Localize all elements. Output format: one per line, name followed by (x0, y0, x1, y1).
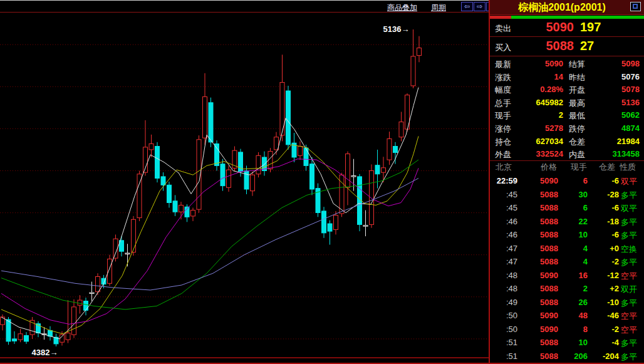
tick-row[interactable]: :4750884+0空换 (490, 242, 644, 255)
candle-body (304, 148, 308, 165)
tick-volume: 6 (562, 203, 588, 212)
candle-body (215, 144, 219, 166)
candle-body (1, 317, 5, 325)
candle-body (268, 152, 273, 169)
tick-volume: 26 (562, 298, 588, 307)
quote-value: 14 (509, 72, 563, 81)
tick-time: :45 (490, 203, 517, 212)
candle-body (18, 334, 23, 340)
tick-row[interactable]: :49508826-10多平 (490, 296, 644, 309)
tick-row[interactable]: :4850882+2双开 (490, 282, 644, 295)
tick-volume: 22 (562, 217, 588, 226)
candle-body (84, 301, 88, 311)
restore-window-icon[interactable] (630, 2, 641, 11)
right-arrow-icon: ⇨ (477, 3, 482, 10)
separator (490, 56, 644, 56)
tick-row[interactable]: :48509016-12空平 (490, 269, 644, 282)
quote-label: 仓差 (569, 137, 585, 148)
tick-price: 5088 (527, 284, 558, 293)
tick-price: 5088 (527, 338, 558, 347)
tick-nature: 多平 (621, 257, 637, 268)
tick-volume: 30 (562, 190, 588, 199)
quote-label: 最低 (569, 110, 585, 122)
bid-row[interactable]: 买入 5088 27 (490, 38, 644, 55)
tick-nature: 空平 (621, 271, 637, 282)
tick-oi-delta: -4 (586, 338, 619, 347)
quote-row: 涨停5278跌停4874 (490, 122, 644, 134)
tick-time: 22:59 (490, 176, 517, 185)
candle-body (370, 171, 374, 225)
tick-row[interactable]: :515088206-204多平 (490, 350, 644, 363)
quote-row: 总手645982最高5136 (490, 96, 644, 108)
tick-row[interactable]: :46508810-6多平 (490, 228, 644, 241)
candle-body (251, 175, 255, 191)
quote-value: 5062 (584, 110, 640, 120)
candle-body (209, 103, 213, 142)
tick-oi-delta: -6 (586, 230, 619, 239)
candle-body (274, 137, 279, 150)
tick-nature: 多平 (621, 298, 637, 309)
quote-value: 5078 (584, 85, 640, 94)
tick-row[interactable]: 22:5950906-6双平 (490, 174, 644, 187)
quote-value: 5136 (584, 98, 640, 107)
tick-row[interactable]: :50509048-46空平 (490, 309, 644, 322)
low-price-label: 4382→ (32, 348, 58, 357)
contract-title-bar: 棕榈油2001(p2001) (490, 0, 644, 14)
candle-body (108, 259, 112, 283)
quote-value: 2 (509, 110, 563, 120)
tick-oi-delta: -6 (586, 176, 619, 185)
tick-row[interactable]: :4750884-2多平 (490, 255, 644, 268)
candle-body (125, 253, 130, 254)
quote-value: 0.28% (509, 85, 563, 94)
ma-blue-line (1, 179, 418, 291)
candle-body (90, 293, 94, 294)
tick-row[interactable]: :5050908-2空平 (490, 323, 644, 336)
tick-oi-delta: -46 (586, 311, 619, 320)
quote-value: 5278 (509, 123, 563, 133)
tick-time: :48 (490, 284, 517, 293)
next-button[interactable]: ⇨ (474, 2, 486, 11)
tick-time: :50 (490, 311, 517, 320)
tick-row[interactable]: :45508830-28多平 (490, 188, 644, 201)
candle-body (393, 147, 398, 153)
tick-header-cell: 北京 (496, 162, 512, 173)
ask-label: 卖出 (495, 23, 511, 34)
quote-value: 627034 (509, 137, 563, 146)
quote-row: 持仓627034仓差21984 (490, 135, 644, 147)
tick-volume: 6 (562, 176, 588, 185)
candle-body (13, 339, 17, 341)
tick-header-cell: 仓差 (599, 162, 615, 173)
candle-body (280, 83, 284, 136)
session-line (490, 14, 644, 15)
ask-row[interactable]: 卖出 5090 197 (490, 19, 644, 36)
tick-oi-delta: +0 (586, 244, 619, 253)
quote-label: 结算 (569, 59, 585, 70)
prev-button[interactable]: ⇦ (461, 2, 473, 11)
candle-body (322, 211, 326, 233)
quote-value: 5090 (509, 59, 563, 68)
tick-row[interactable]: :4550886-6双平 (490, 201, 644, 214)
tick-oi-delta: -12 (586, 271, 619, 280)
tick-time: :47 (490, 244, 517, 253)
candle-body (363, 226, 368, 227)
candle-body (149, 144, 153, 150)
tick-nature: 多平 (621, 351, 637, 363)
candle-body (310, 164, 314, 189)
tick-row[interactable]: :46508822-18多平 (490, 215, 644, 228)
tick-nature: 双平 (621, 176, 637, 187)
tick-row[interactable]: :51508810-4多平 (490, 336, 644, 349)
candlestick-chart[interactable]: 5136→4382→ (0, 13, 489, 358)
tick-volume: 8 (562, 325, 588, 334)
ask-qty: 197 (580, 20, 601, 34)
tick-time: :49 (490, 298, 517, 307)
quote-row: 外盘332524内盘313458 (490, 147, 644, 160)
tick-header-cell: 价格 (541, 162, 557, 173)
tick-price: 5088 (527, 257, 558, 266)
tick-nature: 多平 (621, 190, 637, 201)
tick-nature: 双平 (621, 203, 637, 214)
tick-nature: 空平 (621, 325, 637, 336)
candle-body (334, 216, 338, 230)
tick-price: 5088 (527, 298, 558, 307)
tick-price: 5090 (527, 271, 558, 280)
candle-body (96, 277, 100, 292)
